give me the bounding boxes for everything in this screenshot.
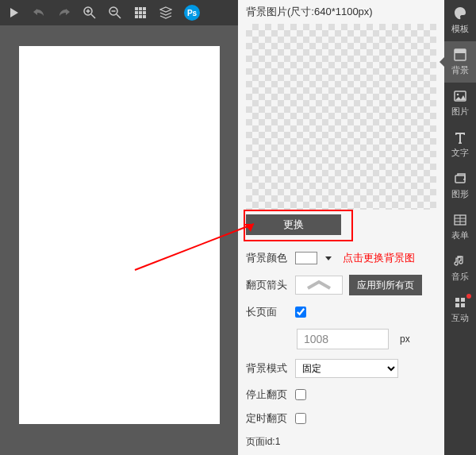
sidebar-item-shape[interactable]: 图形 xyxy=(444,165,476,206)
notification-dot-icon xyxy=(466,294,471,299)
canvas-area xyxy=(0,25,238,455)
long-page-unit: px xyxy=(400,334,410,345)
stop-flip-label: 停止翻页 xyxy=(246,388,289,402)
svg-rect-18 xyxy=(455,303,459,307)
long-page-input[interactable] xyxy=(297,329,389,349)
sidebar-item-music[interactable]: 音乐 xyxy=(444,248,476,289)
sidebar-item-form[interactable]: 表单 xyxy=(444,206,476,248)
bg-color-swatch[interactable] xyxy=(295,252,317,264)
svg-line-5 xyxy=(117,14,121,18)
properties-panel: 背景图片(尺寸:640*1100px) 更换 背景颜色 点击更换背景图 翻页箭头… xyxy=(238,0,444,455)
layers-icon[interactable] xyxy=(159,6,173,20)
canvas-page[interactable] xyxy=(19,46,220,424)
grid-icon[interactable] xyxy=(133,6,148,20)
sidebar-item-image[interactable]: 图片 xyxy=(444,83,476,124)
annotation-text: 点击更换背景图 xyxy=(343,251,415,265)
play-icon[interactable] xyxy=(6,6,21,20)
redo-icon[interactable] xyxy=(57,6,71,20)
page-id-label: 页面id:1 xyxy=(246,435,280,449)
zoom-in-icon[interactable] xyxy=(83,6,97,20)
undo-icon[interactable] xyxy=(32,6,46,20)
svg-rect-8 xyxy=(455,49,466,53)
bg-mode-select[interactable]: 固定 xyxy=(295,359,398,378)
sidebar-item-text[interactable]: 文字 xyxy=(444,124,476,165)
bg-image-preview[interactable] xyxy=(246,24,436,210)
flip-arrow-preview[interactable] xyxy=(295,276,343,295)
timed-flip-label: 定时翻页 xyxy=(246,411,289,426)
svg-rect-17 xyxy=(461,298,465,302)
flip-arrow-label: 翻页箭头 xyxy=(246,278,289,292)
bg-image-title: 背景图片(尺寸:640*1100px) xyxy=(238,0,444,24)
bg-mode-label: 背景模式 xyxy=(246,361,289,376)
sidebar-item-interact[interactable]: 互动 xyxy=(444,289,476,330)
long-page-label: 长页面 xyxy=(246,305,289,319)
apply-all-button[interactable]: 应用到所有页 xyxy=(349,275,422,295)
replace-button[interactable]: 更换 xyxy=(246,214,341,235)
svg-rect-16 xyxy=(455,298,459,302)
svg-line-1 xyxy=(91,14,95,18)
svg-point-10 xyxy=(457,94,459,96)
ps-icon[interactable]: Ps xyxy=(184,5,200,21)
zoom-out-icon[interactable] xyxy=(108,6,122,20)
sidebar-item-template[interactable]: 模板 xyxy=(444,0,476,41)
right-sidebar: 模板 背景 图片 文字 图形 表单 音乐 互动 xyxy=(444,0,476,455)
svg-rect-19 xyxy=(461,303,465,307)
timed-flip-checkbox[interactable] xyxy=(295,413,306,424)
bg-color-label: 背景颜色 xyxy=(246,251,289,265)
long-page-checkbox[interactable] xyxy=(295,307,306,318)
sidebar-item-background[interactable]: 背景 xyxy=(444,41,476,83)
chevron-down-icon[interactable] xyxy=(325,256,332,260)
stop-flip-checkbox[interactable] xyxy=(295,389,306,400)
